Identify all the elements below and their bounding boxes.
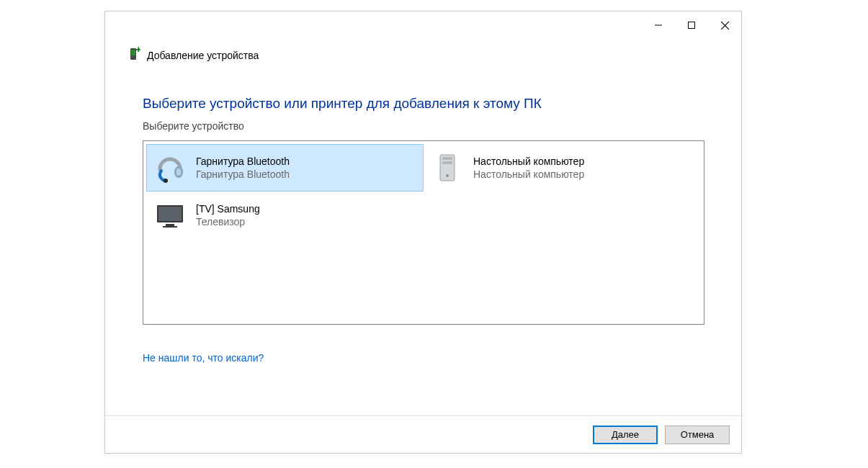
dialog-header: Добавление устройства xyxy=(105,39,741,68)
svg-rect-19 xyxy=(163,226,177,228)
svg-point-15 xyxy=(446,174,449,177)
dialog-title: Добавление устройства xyxy=(147,50,259,61)
svg-rect-1 xyxy=(689,22,695,29)
cancel-button[interactable]: Отмена xyxy=(665,426,730,444)
next-button[interactable]: Далее xyxy=(593,426,658,444)
svg-rect-17 xyxy=(158,207,182,221)
svg-rect-18 xyxy=(166,224,174,226)
svg-rect-14 xyxy=(442,161,452,164)
device-list: Гарнитура Bluetooth Гарнитура Bluetooth … xyxy=(143,140,704,325)
device-type: Настольный компьютер xyxy=(473,168,584,181)
device-text: Настольный компьютер Настольный компьюте… xyxy=(473,155,584,181)
desktop-icon xyxy=(430,150,465,185)
close-button[interactable] xyxy=(708,14,741,36)
device-item-headset[interactable]: Гарнитура Bluetooth Гарнитура Bluetooth xyxy=(146,144,424,192)
close-icon xyxy=(721,22,729,30)
svg-point-10 xyxy=(176,168,182,176)
device-type: Телевизор xyxy=(196,215,260,228)
device-item-tv[interactable]: [TV] Samsung Телевизор xyxy=(146,192,424,239)
device-name: Гарнитура Bluetooth xyxy=(196,155,290,168)
minimize-icon xyxy=(655,22,662,29)
svg-point-11 xyxy=(164,179,168,183)
device-item-desktop[interactable]: Настольный компьютер Настольный компьюте… xyxy=(424,144,701,192)
maximize-icon xyxy=(688,22,695,29)
svg-rect-5 xyxy=(131,50,135,55)
device-text: [TV] Samsung Телевизор xyxy=(196,202,260,228)
device-type: Гарнитура Bluetooth xyxy=(196,168,290,181)
device-text: Гарнитура Bluetooth Гарнитура Bluetooth xyxy=(196,155,290,181)
tv-icon xyxy=(153,198,187,233)
help-link[interactable]: Не нашли то, что искали? xyxy=(143,352,264,364)
sub-heading: Выберите устройство xyxy=(143,120,704,132)
device-name: Настольный компьютер xyxy=(473,155,584,168)
main-heading: Выберите устройство или принтер для доба… xyxy=(143,96,704,112)
dialog-content: Выберите устройство или принтер для доба… xyxy=(105,68,741,371)
svg-rect-13 xyxy=(442,157,452,160)
window-controls xyxy=(642,14,741,36)
dialog-footer: Далее Отмена xyxy=(105,415,741,453)
titlebar xyxy=(105,12,741,39)
minimize-button[interactable] xyxy=(642,14,675,36)
dialog-window: Добавление устройства Выберите устройств… xyxy=(104,11,742,454)
device-name: [TV] Samsung xyxy=(196,202,260,215)
add-device-wizard-icon xyxy=(127,46,141,64)
maximize-button[interactable] xyxy=(675,14,708,36)
headset-icon xyxy=(153,150,187,185)
